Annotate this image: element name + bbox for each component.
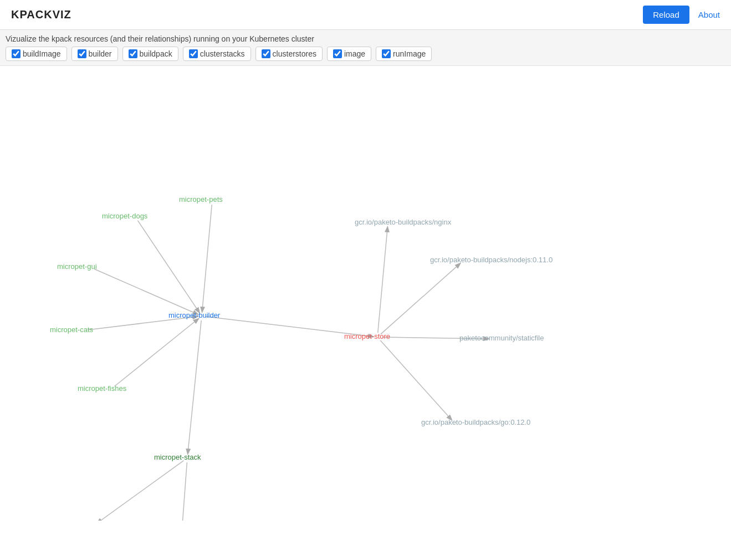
edge-micropet-store-paketo-staticfile (382, 337, 488, 339)
filter-item-buildpack[interactable]: buildpack (122, 47, 178, 61)
filter-item-image[interactable]: image (327, 47, 371, 61)
filter-checkbox-runImage[interactable] (382, 49, 391, 58)
filter-checkboxes: buildImagebuilderbuildpackclusterstacksc… (6, 47, 725, 61)
filter-checkbox-builder[interactable] (78, 49, 86, 58)
filter-label-buildpack: buildpack (140, 49, 172, 58)
filter-checkbox-buildpack[interactable] (129, 49, 137, 58)
filter-label-clusterstacks: clusterstacks (200, 49, 245, 58)
edge-micropet-dogs-micropet-builder (137, 221, 199, 313)
filter-checkbox-clusterstacks[interactable] (189, 49, 198, 58)
edge-micropet-stack-paketobuildpacks-build (180, 462, 187, 521)
filter-label-image: image (344, 49, 365, 58)
filter-item-builder[interactable]: builder (71, 47, 118, 61)
edge-micropet-pets-micropet-builder (202, 205, 212, 312)
filter-description: Vizualize the kpack resources (and their… (6, 34, 725, 43)
filter-item-clusterstores[interactable]: clusterstores (255, 47, 323, 61)
graph-area: micropet-petsmicropet-dogsmicropet-guimi… (0, 66, 731, 521)
app-logo: KPACKVIZ (11, 8, 71, 21)
edge-micropet-builder-micropet-store (206, 317, 373, 337)
filter-label-buildImage: buildImage (23, 49, 61, 58)
edge-micropet-cats-micropet-builder (88, 317, 197, 330)
edge-micropet-gui-micropet-builder (94, 269, 197, 314)
edge-micropet-stack-paketobuildpacks-run (97, 461, 183, 521)
filter-item-runImage[interactable]: runImage (376, 47, 432, 61)
filter-label-clusterstores: clusterstores (273, 49, 316, 58)
graph-svg (0, 66, 731, 521)
edge-micropet-fishes-micropet-builder (114, 319, 198, 386)
edge-micropet-store-gcr-go (380, 340, 451, 420)
filter-bar: Vizualize the kpack resources (and their… (0, 30, 731, 66)
filter-checkbox-buildImage[interactable] (12, 49, 21, 58)
reload-button[interactable]: Reload (643, 6, 689, 24)
header-actions: Reload About (643, 6, 720, 24)
filter-item-clusterstacks[interactable]: clusterstacks (183, 47, 251, 61)
filter-label-runImage: runImage (393, 49, 426, 58)
edge-micropet-store-gcr-nginx (378, 227, 388, 333)
about-link[interactable]: About (698, 10, 720, 19)
filter-item-buildImage[interactable]: buildImage (6, 47, 67, 61)
header: KPACKVIZ Reload About (0, 0, 731, 30)
filter-checkbox-clusterstores[interactable] (262, 49, 270, 58)
filter-label-builder: builder (89, 49, 112, 58)
edge-micropet-store-gcr-nodejs (381, 263, 460, 334)
edge-micropet-builder-micropet-stack (188, 320, 201, 454)
filter-checkbox-image[interactable] (333, 49, 342, 58)
